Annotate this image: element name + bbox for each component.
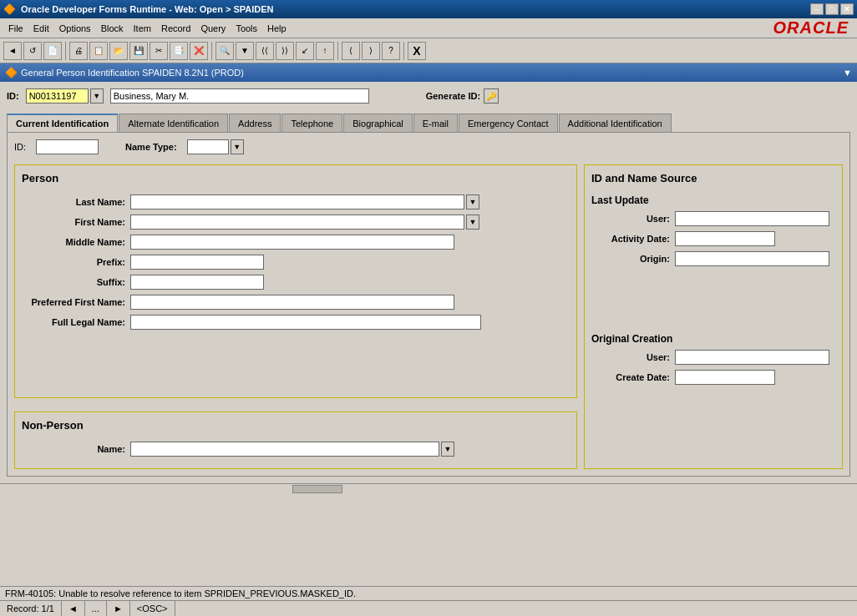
toolbar-prev[interactable]: ⟨⟨ xyxy=(256,42,274,60)
nav-prev[interactable]: ◄ xyxy=(62,601,85,616)
toolbar-insert[interactable]: ↙ xyxy=(296,42,314,60)
menu-query[interactable]: Query xyxy=(195,22,231,35)
nonperson-panel-title: Non-Person xyxy=(22,419,570,432)
preferred-first-name-label: Preferred First Name: xyxy=(22,297,130,307)
toolbar-up[interactable]: ↑ xyxy=(316,42,334,60)
origin-field[interactable] xyxy=(675,251,829,266)
last-update-title: Last Update xyxy=(591,194,835,206)
middle-name-row: Middle Name: xyxy=(22,235,570,250)
first-name-label: First Name: xyxy=(22,217,130,227)
toolbar-back[interactable]: ◄ xyxy=(3,42,22,60)
tabs-container: Current Identification Alternate Identif… xyxy=(7,114,850,132)
first-name-field[interactable] xyxy=(130,215,464,230)
form-title-text: General Person Identification SPAIDEN 8.… xyxy=(21,68,244,78)
osc-indicator: <OSC> xyxy=(130,601,175,616)
tab-alternate-identification[interactable]: Alternate Identification xyxy=(119,114,228,132)
form-collapse-button[interactable]: ▼ xyxy=(843,68,852,78)
tab-emergency-contact[interactable]: Emergency Contact xyxy=(459,114,558,132)
toolbar: ◄ ↺ 📄 🖨 📋 📂 💾 ✂ 📑 ❌ 🔍 ▼ ⟨⟨ ⟩⟩ ↙ ↑ ⟨ ⟩ ? … xyxy=(0,38,857,63)
generate-id-button[interactable]: 🔑 xyxy=(484,88,499,104)
full-legal-name-field[interactable] xyxy=(130,315,481,330)
prefix-field[interactable] xyxy=(130,255,264,270)
toolbar-open[interactable]: 📂 xyxy=(109,42,128,60)
form-id-field[interactable] xyxy=(36,139,99,154)
tab-additional-identification[interactable]: Additional Identification xyxy=(559,114,672,132)
name-type-dropdown[interactable]: ▼ xyxy=(231,139,244,154)
minimize-button[interactable]: ─ xyxy=(810,3,824,15)
suffix-field[interactable] xyxy=(130,275,264,290)
orig-user-row: User: xyxy=(591,350,835,365)
id-name-source-title: ID and Name Source xyxy=(591,172,835,184)
preferred-first-name-field[interactable] xyxy=(130,295,454,310)
menu-record[interactable]: Record xyxy=(156,22,195,35)
scroll-thumb[interactable] xyxy=(292,485,342,493)
two-col-layout: Person Last Name: ▼ First Name: xyxy=(14,164,843,469)
id-input[interactable] xyxy=(26,88,89,104)
nonperson-name-row: Name: ▼ xyxy=(22,442,570,457)
middle-name-label: Middle Name: xyxy=(22,237,130,247)
first-name-row: First Name: ▼ xyxy=(22,215,570,230)
toolbar-save[interactable]: 💾 xyxy=(129,42,148,60)
toolbar-help[interactable]: ? xyxy=(382,42,400,60)
toolbar-next[interactable]: ⟩⟩ xyxy=(276,42,294,60)
status-message: FRM-40105: Unable to resolve reference t… xyxy=(0,587,857,601)
middle-name-field[interactable] xyxy=(130,235,454,250)
orig-user-field[interactable] xyxy=(675,350,829,365)
menu-file[interactable]: File xyxy=(3,22,28,35)
nonperson-name-label: Name: xyxy=(22,444,130,454)
toolbar-close[interactable]: X xyxy=(408,42,426,60)
menu-options[interactable]: Options xyxy=(54,22,96,35)
last-name-dropdown[interactable]: ▼ xyxy=(466,194,479,210)
activity-date-field[interactable] xyxy=(675,231,775,246)
activity-date-row: Activity Date: xyxy=(591,231,835,246)
toolbar-nav1[interactable]: ⟨ xyxy=(342,42,360,60)
first-name-dropdown[interactable]: ▼ xyxy=(466,215,479,230)
nav-next[interactable]: ► xyxy=(107,601,130,616)
last-name-field[interactable] xyxy=(130,194,464,210)
id-input-group: ▼ xyxy=(26,88,104,104)
toolbar-nav2[interactable]: ⟩ xyxy=(362,42,380,60)
nonperson-name-dropdown[interactable]: ▼ xyxy=(441,442,454,457)
menu-tools[interactable]: Tools xyxy=(231,22,262,35)
id-row: ID: ▼ Business, Mary M. Generate ID: 🔑 xyxy=(7,88,850,104)
toolbar-save-file[interactable]: 📄 xyxy=(43,42,62,60)
form-id-label: ID: xyxy=(14,142,26,152)
menu-block[interactable]: Block xyxy=(96,22,129,35)
nonperson-name-field[interactable] xyxy=(130,442,439,457)
tab-current-identification[interactable]: Current Identification xyxy=(7,114,118,132)
full-legal-name-label: Full Legal Name: xyxy=(22,317,130,327)
horizontal-scrollbar[interactable] xyxy=(0,483,857,493)
close-button[interactable]: ✕ xyxy=(840,3,854,15)
tab-biographical[interactable]: Biographical xyxy=(343,114,413,132)
maximize-button[interactable]: □ xyxy=(825,3,839,15)
create-date-field[interactable] xyxy=(675,370,775,385)
last-name-row: Last Name: ▼ xyxy=(22,194,570,210)
toolbar-delete[interactable]: ✂ xyxy=(150,42,168,60)
generate-id-label: Generate ID: xyxy=(426,91,480,101)
toolbar-print[interactable]: 🖨 xyxy=(69,42,88,60)
suffix-label: Suffix: xyxy=(22,277,130,287)
name-type-field[interactable] xyxy=(187,139,229,154)
tab-telephone[interactable]: Telephone xyxy=(281,114,342,132)
menu-item[interactable]: Item xyxy=(129,22,156,35)
menu-help[interactable]: Help xyxy=(262,22,292,35)
tab-email[interactable]: E-mail xyxy=(413,114,458,132)
toolbar-copy[interactable]: 📑 xyxy=(170,42,188,60)
tab-address[interactable]: Address xyxy=(229,114,281,132)
form-title-bar: 🔶 General Person Identification SPAIDEN … xyxy=(0,63,857,82)
toolbar-filter[interactable]: ▼ xyxy=(236,42,254,60)
toolbar-remove[interactable]: ❌ xyxy=(190,42,208,60)
id-dropdown-button[interactable]: ▼ xyxy=(90,88,104,104)
toolbar-find[interactable]: 🔍 xyxy=(216,42,234,60)
right-panel: ID and Name Source Last Update User: Act… xyxy=(584,164,843,469)
activity-date-label: Activity Date: xyxy=(591,234,675,244)
status-bar: FRM-40105: Unable to resolve reference t… xyxy=(0,586,857,616)
toolbar-print2[interactable]: 📋 xyxy=(89,42,108,60)
nav-dots[interactable]: ... xyxy=(85,601,107,616)
menu-edit[interactable]: Edit xyxy=(28,22,54,35)
nonperson-panel: Non-Person Name: ▼ xyxy=(14,412,577,469)
toolbar-refresh[interactable]: ↺ xyxy=(23,42,42,60)
window-title: Oracle Developer Forms Runtime - Web: Op… xyxy=(21,4,810,14)
id-name-display: Business, Mary M. xyxy=(110,88,369,104)
user-field[interactable] xyxy=(675,211,829,226)
